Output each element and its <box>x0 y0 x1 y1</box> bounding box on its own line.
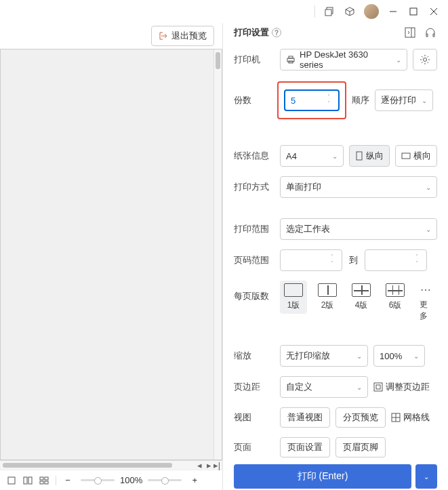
collate-select[interactable]: 逐份打印 ⌄ <box>375 89 433 111</box>
horizontal-scrollbar[interactable]: ◂ ▸ ▸| <box>0 460 222 470</box>
portrait-icon <box>355 151 363 161</box>
layout-1up[interactable]: 1版 <box>280 281 307 314</box>
margin-label: 页边距 <box>234 381 274 393</box>
portrait-button[interactable]: 纵向 <box>349 145 390 167</box>
stepper-up-icon[interactable]: ˄ <box>415 254 424 260</box>
stepper-up-icon[interactable]: ˄ <box>331 254 339 260</box>
normal-view-button[interactable]: 普通视图 <box>280 407 330 428</box>
page-from-input[interactable]: ˄˅ <box>280 249 342 271</box>
svg-rect-8 <box>45 477 48 480</box>
svg-rect-7 <box>40 477 43 480</box>
scale-select[interactable]: 无打印缩放 ⌄ <box>280 345 368 367</box>
scroll-left-icon[interactable]: ◂ <box>195 462 203 470</box>
minimize-button[interactable] <box>383 1 403 22</box>
duplex-value: 单面打印 <box>286 181 422 193</box>
printer-select[interactable]: HP DeskJet 3630 series ⌄ <box>280 49 407 70</box>
pages-label: 页码范围 <box>234 254 274 266</box>
gear-icon <box>420 54 430 65</box>
gridlines-button[interactable]: 网格线 <box>391 411 430 424</box>
maximize-button[interactable] <box>403 1 424 22</box>
view-label: 视图 <box>234 411 274 424</box>
svg-rect-11 <box>405 28 415 37</box>
page-break-view-button[interactable]: 分页预览 <box>335 407 386 428</box>
view-grid-icon[interactable] <box>37 473 52 488</box>
paper-size-select[interactable]: A4 ⌄ <box>280 145 344 167</box>
chevron-down-icon: ⌄ <box>426 226 431 233</box>
margins-icon <box>373 382 383 392</box>
svg-rect-20 <box>376 385 380 389</box>
copies-input[interactable]: ˄˅ <box>284 89 340 111</box>
svg-rect-9 <box>40 481 43 484</box>
zoom-out-button[interactable]: − <box>60 473 75 488</box>
print-range-select[interactable]: 选定工作表 ⌄ <box>280 218 437 240</box>
duplex-select[interactable]: 单面打印 ⌄ <box>280 176 437 198</box>
header-footer-button[interactable]: 页眉页脚 <box>335 437 386 457</box>
collapse-icon[interactable] <box>403 26 417 39</box>
headphones-icon[interactable] <box>424 26 437 39</box>
copies-field[interactable] <box>291 96 325 106</box>
paper-value: A4 <box>286 151 328 161</box>
scroll-right-icon[interactable]: ▸ <box>205 462 213 470</box>
stepper-down-icon[interactable]: ˅ <box>415 261 424 266</box>
printer-settings-button[interactable] <box>413 49 437 70</box>
exit-preview-button[interactable]: 退出预览 <box>151 26 214 46</box>
stepper-down-icon[interactable]: ˅ <box>327 101 335 106</box>
svg-rect-6 <box>28 477 32 484</box>
adjust-margins-button[interactable]: 调整页边距 <box>373 381 430 393</box>
margin-select[interactable]: 自定义 ⌄ <box>280 376 368 398</box>
layout-more[interactable]: ⋯更多 <box>415 281 437 325</box>
printer-label: 打印机 <box>234 54 274 66</box>
landscape-icon <box>401 152 411 160</box>
zoom-value: 100% <box>120 475 142 485</box>
landscape-button[interactable]: 横向 <box>395 145 437 167</box>
chevron-down-icon: ⌄ <box>413 352 419 360</box>
close-button[interactable] <box>424 1 444 22</box>
chevron-down-icon: ⌄ <box>422 97 427 104</box>
grid-icon <box>391 413 401 422</box>
layout-4up[interactable]: 4版 <box>348 281 375 314</box>
print-button[interactable]: 打印 (Enter) <box>234 464 411 489</box>
cube-icon[interactable] <box>340 1 360 22</box>
svg-rect-18 <box>402 153 410 159</box>
printer-value: HP DeskJet 3630 series <box>300 49 392 70</box>
chevron-down-icon: ⌄ <box>426 184 431 191</box>
chevron-down-icon: ⌄ <box>357 352 362 360</box>
zoom-slider-2[interactable] <box>148 479 182 481</box>
svg-point-16 <box>424 58 427 62</box>
panel-title: 打印设置 <box>234 26 269 39</box>
page-to-input[interactable]: ˄˅ <box>365 249 427 271</box>
titlebar-divider <box>314 5 315 18</box>
svg-rect-19 <box>374 383 382 391</box>
view-single-icon[interactable] <box>4 473 19 488</box>
scale-percent-select[interactable]: 100% ⌄ <box>373 345 425 367</box>
exit-icon <box>159 31 168 41</box>
svg-rect-4 <box>8 477 15 484</box>
stepper-down-icon[interactable]: ˅ <box>331 261 339 266</box>
copy-icon[interactable] <box>319 1 340 22</box>
layout-2up[interactable]: 2版 <box>314 281 341 314</box>
order-label: 顺序 <box>352 94 369 106</box>
printer-icon <box>286 55 296 64</box>
highlight-box: ˄˅ <box>277 81 346 119</box>
view-double-icon[interactable] <box>20 473 35 488</box>
scrollbar-thumb[interactable] <box>3 463 172 468</box>
zoom-in-button[interactable]: + <box>187 473 202 488</box>
layout-6up[interactable]: 6版 <box>382 281 409 314</box>
chevron-down-icon: ⌄ <box>424 473 429 481</box>
help-icon[interactable]: ? <box>272 28 281 37</box>
window-titlebar <box>0 0 448 23</box>
page-label: 页面 <box>234 441 274 453</box>
svg-rect-3 <box>410 8 417 15</box>
preview-statusbar: − 100% + <box>0 470 222 490</box>
zoom-slider[interactable] <box>81 479 115 481</box>
stepper-up-icon[interactable]: ˄ <box>327 94 335 100</box>
svg-rect-1 <box>325 9 331 16</box>
avatar[interactable] <box>364 4 379 19</box>
svg-rect-10 <box>45 481 48 484</box>
scroll-end-icon[interactable]: ▸| <box>213 462 221 470</box>
print-dropdown-button[interactable]: ⌄ <box>415 464 437 489</box>
scale-label: 缩放 <box>234 350 274 362</box>
exit-preview-label: 退出预览 <box>171 30 207 42</box>
page-setup-button[interactable]: 页面设置 <box>280 437 330 457</box>
preview-canvas[interactable] <box>0 49 222 460</box>
